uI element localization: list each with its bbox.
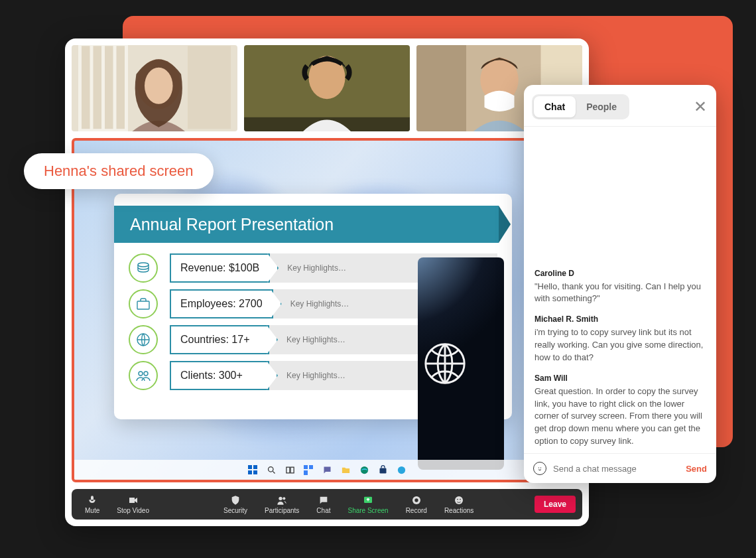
security-button[interactable]: Security	[217, 495, 254, 514]
svg-rect-2	[82, 46, 90, 129]
svg-rect-29	[304, 465, 308, 469]
svg-point-34	[397, 466, 405, 473]
svg-point-19	[139, 372, 143, 376]
app-icon[interactable]	[396, 464, 407, 475]
meeting-controls: Mute Stop Video Security Participants Ch…	[72, 489, 582, 520]
svg-point-36	[283, 497, 286, 500]
chat-messages[interactable]: Caroline D "Hello, thank you for visitin…	[524, 127, 716, 453]
svg-point-40	[455, 496, 463, 504]
shared-screen-label: Henna's shared screen	[24, 153, 214, 189]
message-sender: Sam Will	[535, 374, 706, 383]
reactions-button[interactable]: Reactions	[438, 495, 480, 514]
slide-title: Annual Report Presentation	[114, 206, 499, 243]
svg-rect-27	[286, 467, 289, 473]
svg-point-20	[144, 372, 148, 376]
tab-people[interactable]: People	[576, 96, 627, 117]
globe-icon	[129, 325, 158, 354]
leave-button[interactable]: Leave	[535, 496, 576, 513]
svg-rect-22	[248, 465, 252, 469]
stop-video-button[interactable]: Stop Video	[110, 495, 156, 514]
shared-screen-area: Annual Report Presentation Revenue: $100…	[72, 138, 582, 482]
people-icon	[129, 361, 158, 390]
chat-message: Caroline D "Hello, thank you for visitin…	[535, 269, 706, 306]
emoji-icon[interactable]	[533, 462, 546, 475]
message-text: i'm trying to to copy survey link but it…	[535, 326, 706, 364]
widgets-icon[interactable]	[303, 464, 314, 475]
participant-thumbnail[interactable]	[72, 45, 237, 131]
svg-point-43	[538, 468, 539, 468]
svg-rect-30	[309, 465, 313, 469]
participant-thumbnail[interactable]	[244, 45, 410, 131]
svg-rect-6	[188, 46, 231, 129]
start-icon[interactable]	[247, 464, 258, 475]
chat-input[interactable]	[553, 464, 679, 474]
participants-button[interactable]: Participants	[258, 495, 306, 514]
coins-icon	[129, 253, 158, 283]
store-icon[interactable]	[377, 464, 388, 475]
tab-chat[interactable]: Chat	[534, 96, 576, 117]
chat-tabs: Chat People	[532, 94, 629, 119]
svg-point-35	[279, 496, 283, 500]
svg-point-16	[138, 263, 149, 267]
stat-label: Countries: 17+	[170, 325, 269, 354]
mute-button[interactable]: Mute	[78, 495, 106, 514]
svg-rect-33	[379, 468, 386, 473]
explorer-icon[interactable]	[340, 464, 351, 475]
svg-point-8	[145, 68, 173, 104]
chat-panel: Chat People ✕ Caroline D "Hello, thank y…	[524, 85, 716, 483]
stat-label: Revenue: $100B	[170, 253, 270, 283]
edge-icon[interactable]	[359, 464, 369, 475]
svg-rect-23	[253, 465, 257, 469]
svg-rect-17	[137, 301, 149, 309]
search-icon[interactable]	[266, 464, 277, 475]
svg-point-41	[457, 498, 458, 500]
message-sender: Michael R. Smith	[535, 314, 706, 324]
briefcase-icon	[129, 289, 158, 318]
participant-thumbnails	[72, 45, 582, 138]
chat-button[interactable]: Chat	[310, 495, 337, 514]
svg-point-26	[268, 466, 273, 472]
chat-message: Michael R. Smith i'm trying to to copy s…	[535, 314, 706, 364]
send-button[interactable]: Send	[686, 464, 707, 474]
svg-rect-3	[94, 46, 102, 129]
stat-label: Employees: 2700	[170, 289, 273, 318]
svg-rect-28	[290, 467, 294, 473]
taskview-icon[interactable]	[284, 464, 295, 475]
close-icon[interactable]: ✕	[692, 97, 708, 117]
svg-rect-24	[248, 470, 252, 474]
svg-rect-31	[304, 470, 308, 475]
chat-header: Chat People ✕	[524, 85, 716, 127]
svg-point-39	[414, 498, 418, 502]
stat-label: Clients: 300+	[170, 361, 269, 390]
os-taskbar[interactable]	[74, 460, 580, 480]
record-button[interactable]: Record	[399, 495, 434, 514]
message-sender: Caroline D	[535, 269, 706, 278]
presentation-slide: Annual Report Presentation Revenue: $100…	[114, 194, 512, 419]
svg-rect-4	[105, 46, 113, 129]
svg-rect-5	[117, 46, 125, 129]
share-screen-button[interactable]: Share Screen	[341, 495, 395, 514]
svg-point-44	[540, 468, 541, 468]
message-text: "Hello, thank you for visiting. Can I he…	[535, 281, 706, 306]
video-conference-window: Annual Report Presentation Revenue: $100…	[65, 38, 589, 526]
chat-compose: Send	[524, 453, 716, 483]
svg-rect-25	[253, 470, 257, 474]
svg-rect-13	[416, 45, 466, 131]
chat-app-icon[interactable]	[322, 464, 332, 475]
globe-graphic	[418, 257, 504, 470]
message-text: Great question. In order to copy the sur…	[535, 385, 706, 448]
svg-point-42	[460, 498, 461, 500]
chat-message: Sam Will Great question. In order to cop…	[535, 374, 706, 448]
